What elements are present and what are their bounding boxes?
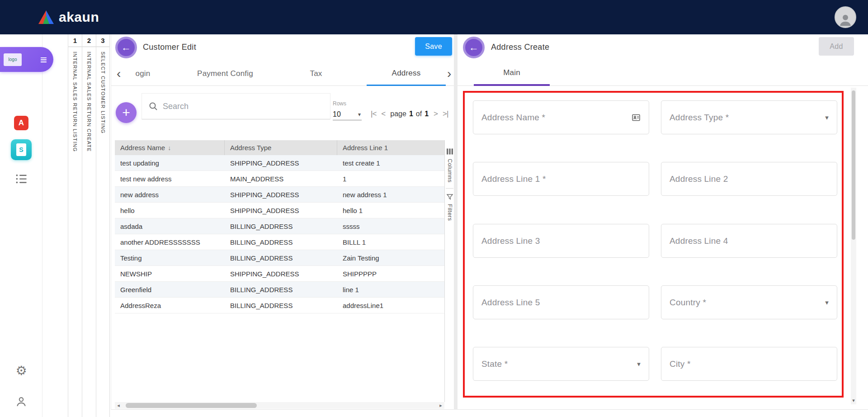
table-cell: Greenfield [115,286,225,294]
rows-per-page-select[interactable]: 10 ▾ [333,109,362,120]
vertical-scrollbar[interactable]: ▾ [851,88,856,404]
field-address-type[interactable]: Address Type * ▾ [661,100,837,134]
sidebar-toggle-icon[interactable]: ≡ [40,54,47,66]
table-row[interactable]: new addressSHIPPING_ADDRESSnew address 1 [115,187,444,203]
workspace-tab-3[interactable]: 3 SELECT CUSTOMER LISTING [96,34,110,417]
table-cell: SHIPPING_ADDRESS [225,270,337,278]
columns-button[interactable]: Columns [445,140,454,188]
pagination-status: page 1 of 1 [390,110,429,118]
profile-icon [15,395,28,408]
column-header-address-type[interactable]: Address Type [225,140,337,155]
tab-login[interactable]: ogin [125,62,161,86]
workspace-tab-number: 2 [82,34,96,47]
field-label: City * [670,359,829,369]
sidebar-item-profile[interactable] [0,395,42,408]
scroll-right-icon[interactable]: ▸ [437,403,444,408]
vscroll-thumb[interactable] [852,90,855,240]
workspace-tab-1[interactable]: 1 INTERNAL SALES RETURN LISTING [68,34,82,417]
sidebar-item-listing[interactable] [0,174,42,184]
tab-tax[interactable]: Tax [289,62,343,86]
brand[interactable]: akaun [38,9,99,25]
table-cell: BILLING_ADDRESS [225,238,337,246]
table-cell: Testing [115,254,225,262]
table-cell: NEWSHIP [115,270,225,278]
columns-icon [447,148,453,155]
back-arrow-icon: ← [121,42,131,53]
tab-main[interactable]: Main [474,62,550,86]
back-button[interactable]: ← [463,37,485,58]
field-label: Address Name * [481,113,632,123]
form-highlight-box: Address Name * Address Type * ▾ Address … [463,91,844,398]
sidebar-logo-pill: logo ≡ [0,47,53,72]
pagination-first-icon[interactable]: |< [371,109,376,118]
field-address-name[interactable]: Address Name * [473,100,649,134]
workspace-tab-number: 1 [68,34,82,47]
column-header-address-line-1[interactable]: Address Line 1 [337,140,444,155]
table-row[interactable]: test new addressMAIN_ADDRESS1 [115,171,444,187]
tab-payment-config[interactable]: Payment Config [180,62,270,86]
field-address-line-2[interactable]: Address Line 2 [661,162,837,196]
table-row[interactable]: test updatingSHIPPING_ADDRESStest create… [115,155,444,171]
field-address-line-3[interactable]: Address Line 3 [473,224,649,258]
workspace-tab-2[interactable]: 2 INTERNAL SALES RETURN CREATE [82,34,96,417]
sidebar-item-billing[interactable]: S [0,139,42,160]
field-address-line-1[interactable]: Address Line 1 * [473,162,649,196]
table-cell: BILLING_ADDRESS [225,254,337,262]
field-city[interactable]: City * [661,347,837,381]
table-header: Address Name ↓ Address Type Address Line… [115,140,444,155]
field-label: Address Type * [670,113,825,123]
back-button[interactable]: ← [115,37,137,58]
scroll-down-icon[interactable]: ▾ [851,398,856,403]
filters-label: Filters [447,204,453,221]
hscroll-track[interactable] [122,402,437,409]
search-input[interactable] [163,102,330,111]
add-address-button[interactable]: + [116,102,137,123]
table-row[interactable]: GreenfieldBILLING_ADDRESSline 1 [115,282,444,298]
logo-image-placeholder: logo [4,53,22,66]
tabs-scroll-right-icon[interactable]: › [447,62,451,86]
field-country[interactable]: Country * ▾ [661,285,837,319]
table-cell: BILLING_ADDRESS [225,302,337,309]
pagination-prev-icon[interactable]: < [381,109,385,118]
panel-divider [454,34,458,410]
field-label: Address Line 1 * [481,174,641,184]
horizontal-scrollbar[interactable]: ◂ ▸ [115,402,444,409]
field-address-line-4[interactable]: Address Line 4 [661,224,837,258]
table-row[interactable]: helloSHIPPING_ADDRESShello 1 [115,203,444,218]
table-cell: new address [115,191,225,199]
filters-button[interactable]: Filters [445,189,454,227]
table-cell: test new address [115,175,225,183]
tab-address[interactable]: Address [367,62,446,86]
person-icon [838,12,853,27]
brand-triangle-icon [38,10,54,24]
table-cell: test create 1 [337,159,444,167]
tabs-scroll-left-icon[interactable]: ‹ [117,62,121,86]
column-header-address-name[interactable]: Address Name ↓ [115,140,225,155]
caret-down-icon: ▾ [637,360,641,368]
field-address-line-5[interactable]: Address Line 5 [473,285,649,319]
scroll-left-icon[interactable]: ◂ [115,403,122,408]
user-avatar[interactable] [835,6,856,28]
table-row[interactable]: NEWSHIPSHIPPING_ADDRESSSHIPPPPP [115,266,444,282]
sidebar-item-settings[interactable]: ⚙ [0,365,42,377]
table-cell: 1 [337,175,444,183]
table-cell: sssss [337,223,444,230]
list-icon [15,174,28,184]
save-button[interactable]: Save [415,37,452,56]
table-cell: new address 1 [337,191,444,199]
field-label: Address Line 2 [670,174,829,184]
table-row[interactable]: TestingBILLING_ADDRESSZain Testing [115,250,444,266]
hscroll-thumb[interactable] [126,403,257,408]
pagination-total-pages: 1 [425,110,429,118]
table-row[interactable]: AddressRezaBILLING_ADDRESSaddressLine1 [115,298,444,313]
add-button[interactable]: Add [819,37,854,56]
pagination: |< < page 1 of 1 > >| [371,106,448,122]
table-row[interactable]: another ADDRESSSSSSSBILLING_ADDRESSBILLL… [115,234,444,250]
table-row[interactable]: asdadaBILLING_ADDRESSsssss [115,218,444,234]
pagination-last-icon[interactable]: >| [443,109,448,118]
sidebar-item-pdf[interactable]: A [0,116,42,130]
page-title: Address Create [491,43,549,52]
field-state[interactable]: State * ▾ [473,347,649,381]
pagination-current-page: 1 [409,110,413,118]
pagination-next-icon[interactable]: > [434,109,438,118]
